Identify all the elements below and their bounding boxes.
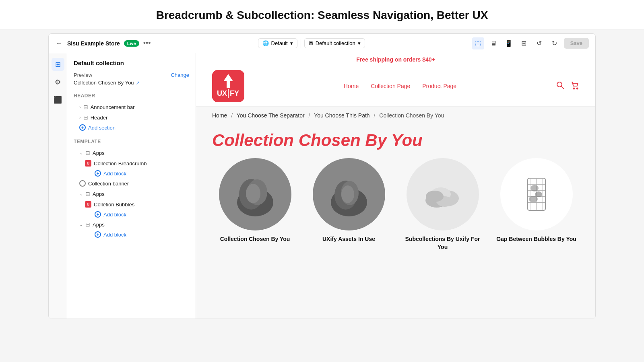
svg-point-16 [341,185,354,203]
svg-point-30 [530,185,539,191]
cart-icon[interactable] [570,81,579,92]
save-button[interactable]: Save [564,38,589,49]
chevron-right-icon-2: › [79,115,81,120]
header-section-heading: Header [74,93,189,99]
add-block-1-label: Add block [103,171,126,177]
store-header: UX FY Home Collection Page Product Page [196,66,595,107]
breadcrumb-sep-3: / [374,112,376,119]
product-image-4 [500,158,573,230]
topbar-right: ⬚ 🖥 📱 ⊞ ↺ ↻ Save [472,37,589,49]
external-link-icon[interactable]: ↗ [136,80,140,86]
topbar-left: ← Sisu Example Store Live ••• [55,39,151,47]
collection-title-area: Collection Chosen By You [196,124,595,158]
section-icon: ⊟ [83,104,88,110]
nav-product-page[interactable]: Product Page [422,83,456,89]
plus-icon-2: + [95,170,101,177]
store-logo: UX FY [212,70,244,102]
mobile-view-button[interactable]: 📱 [503,37,515,49]
plus-icon-4: + [95,231,101,238]
store-nav: Home Collection Page Product Page [344,83,456,89]
svg-text:UX: UX [217,89,227,97]
collection-banner-label: Collection banner [88,181,129,187]
svg-point-32 [529,196,538,202]
preview-collection-name: Collection Chosen By You [74,80,134,86]
apps-icon-3: ⊟ [85,221,90,228]
announcement-bar-item[interactable]: › ⊟ Announcement bar [74,102,189,112]
add-section-button[interactable]: + Add section [74,123,189,132]
collection-label: Default collection [316,40,355,46]
product-image-2 [313,158,385,230]
search-icon[interactable] [556,81,565,92]
breadcrumb-separator-label: You Choose The Separator [237,112,305,119]
select-tool-button[interactable]: ⬚ [472,37,484,49]
breadcrumb-app-icon: U [85,160,91,167]
desktop-view-button[interactable]: 🖥 [487,37,500,49]
globe-icon: 🌐 [262,40,269,46]
collection-selector[interactable]: ⛃ Default collection ▾ [304,38,365,48]
sections-icon[interactable]: ⊞ [52,58,64,71]
section-icon-2: ⊟ [83,114,88,121]
preview-value: Collection Chosen By You ↗ [74,80,189,86]
loading-icon [79,180,86,187]
editor-shell: ← Sisu Example Store Live ••• 🌐 Default … [48,33,596,319]
product-name-4: Gap Between Bubbles By You [496,235,576,243]
breadcrumb-sep-1: / [231,112,233,119]
apps-icon[interactable]: ⬛ [52,93,64,106]
collection-breadcrumb-label: Collection Breadcrumb [94,160,147,167]
apps-group-3[interactable]: ⌄ ⊟ Apps [74,219,189,230]
breadcrumb-bar: Home / You Choose The Separator / You Ch… [196,107,595,124]
redo-button[interactable]: ↻ [549,37,561,49]
panel-title: Default collection [74,60,189,66]
preview-section: Preview Change Collection Chosen By You … [74,72,189,86]
more-options-button[interactable]: ••• [143,39,151,47]
svg-point-12 [246,184,260,203]
add-block-2-button[interactable]: + Add block [74,210,189,219]
add-block-2-label: Add block [103,212,126,218]
apps-group-2[interactable]: ⌄ ⊟ Apps [74,189,189,199]
nav-home[interactable]: Home [344,83,359,89]
announcement-bar-label: Announcement bar [91,104,135,110]
add-block-3-label: Add block [103,232,126,238]
collection-banner-item[interactable]: Collection banner [74,178,189,189]
add-block-1-button[interactable]: + Add block [74,169,189,178]
add-block-3-button[interactable]: + Add block [74,230,189,239]
header-item[interactable]: › ⊟ Header [74,112,189,123]
store-preview: Free shipping on orders $40+ UX FY [196,53,595,319]
nav-collection-page[interactable]: Collection Page [371,83,410,89]
theme-selector[interactable]: 🌐 Default ▾ [258,38,297,48]
apps-icon-2: ⊟ [85,191,90,197]
preview-row: Preview Change [74,72,189,78]
share-button[interactable]: ⊞ [518,37,530,49]
breadcrumb-home[interactable]: Home [212,112,227,119]
preview-canvas: Free shipping on orders $40+ UX FY [196,53,595,319]
collection-breadcrumb-item[interactable]: U Collection Breadcrumb [74,158,189,169]
collection-title: Collection Chosen By You [212,131,579,150]
apps-3-label: Apps [93,222,105,228]
apps-2-label: Apps [93,191,105,197]
topbar-separator [301,39,301,48]
editor-body: ⊞ ⚙ ⬛ Default collection Preview Change … [49,53,595,319]
chevron-right-icon: › [79,105,81,109]
collection-bubbles-item[interactable]: U Colletion Bubbles [74,199,189,210]
theme-label: Default [271,40,288,46]
apps-group-1[interactable]: ⌄ ⊟ Apps [74,148,189,158]
product-card[interactable]: Subcollections By Uxify For You [400,158,485,251]
preview-label: Preview [74,72,92,78]
apps-icon-1: ⊟ [85,150,90,156]
svg-point-8 [576,88,578,89]
product-card[interactable]: Collection Chosen By You [212,158,298,251]
product-name-3: Subcollections By Uxify For You [400,235,485,251]
chevron-down-icon-4: ⌄ [79,191,83,197]
preview-change-button[interactable]: Change [171,72,189,78]
back-icon[interactable]: ← [55,39,63,47]
free-shipping-bar: Free shipping on orders $40+ [196,53,595,66]
breadcrumb-current: Collection Chosen By You [379,112,444,119]
live-badge: Live [124,40,139,47]
breadcrumb-path-label: You Choose This Path [314,112,370,119]
settings-icon[interactable]: ⚙ [52,76,64,88]
product-card[interactable]: Gap Between Bubbles By You [493,158,579,251]
product-name-1: Collection Chosen By You [220,235,290,243]
store-name: Sisu Example Store [67,40,120,47]
undo-button[interactable]: ↺ [533,37,545,49]
product-card[interactable]: UXify Assets In Use [306,158,392,251]
